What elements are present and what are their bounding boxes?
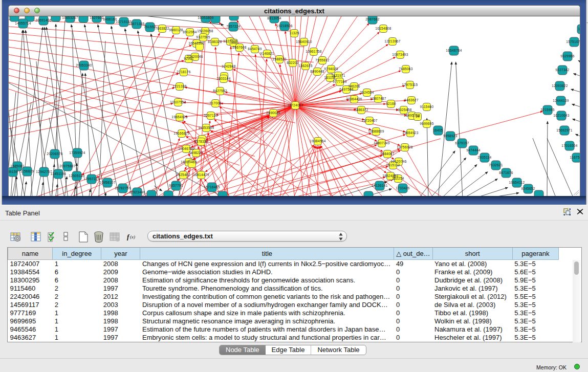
svg-text:8912954: 8912954 [183, 30, 197, 34]
svg-text:7485063: 7485063 [399, 67, 412, 71]
svg-text:1167533: 1167533 [570, 156, 580, 159]
svg-text:12213967: 12213967 [384, 39, 400, 43]
svg-text:16782759: 16782759 [115, 186, 130, 190]
svg-text:16053809: 16053809 [198, 16, 213, 19]
svg-text:19218506: 19218506 [276, 24, 292, 28]
svg-text:20053340: 20053340 [76, 63, 92, 67]
svg-text:10973493: 10973493 [392, 53, 408, 56]
svg-text:20364436: 20364436 [346, 97, 362, 101]
svg-text:9146821: 9146821 [260, 52, 274, 55]
svg-text:2935114: 2935114 [478, 156, 492, 159]
svg-text:2718176: 2718176 [177, 70, 190, 74]
svg-text:9327505: 9327505 [196, 35, 210, 39]
svg-text:62160: 62160 [386, 102, 396, 105]
svg-text:6379197: 6379197 [455, 141, 469, 145]
svg-text:717008: 717008 [209, 101, 222, 105]
svg-text:16210643: 16210643 [553, 114, 569, 117]
svg-text:8471676: 8471676 [499, 171, 513, 174]
svg-text:9660128: 9660128 [169, 28, 183, 32]
svg-text:11353594: 11353594 [199, 126, 214, 129]
svg-text:7886372: 7886372 [354, 108, 368, 112]
svg-text:7955812: 7955812 [315, 58, 329, 62]
svg-text:17957225: 17957225 [83, 177, 99, 181]
svg-text:9857791: 9857791 [169, 184, 183, 187]
svg-text:19166829: 19166829 [173, 132, 189, 135]
svg-text:18807249: 18807249 [374, 141, 389, 145]
svg-text:1615112: 1615112 [386, 163, 400, 167]
svg-text:7857224: 7857224 [226, 25, 240, 28]
svg-text:252254: 252254 [392, 177, 404, 180]
svg-text:8186328: 8186328 [208, 40, 222, 43]
svg-text:14136141: 14136141 [372, 184, 387, 187]
svg-text:2890028: 2890028 [266, 111, 280, 115]
svg-text:16648784: 16648784 [446, 49, 462, 52]
svg-text:20206576: 20206576 [47, 152, 62, 156]
svg-text:11325: 11325 [289, 31, 299, 35]
svg-text:1527602: 1527602 [90, 16, 103, 19]
svg-text:9794028: 9794028 [324, 67, 338, 71]
svg-text:15751074: 15751074 [566, 40, 580, 43]
svg-text:16671385: 16671385 [128, 22, 144, 26]
svg-text:10025458: 10025458 [396, 108, 411, 112]
svg-text:10120746: 10120746 [390, 160, 406, 163]
svg-text:15226058: 15226058 [197, 29, 213, 33]
svg-text:20691406: 20691406 [35, 18, 51, 22]
svg-text:7632621: 7632621 [489, 163, 503, 167]
svg-text:9227342: 9227342 [555, 68, 569, 72]
svg-text:15716485: 15716485 [204, 185, 220, 189]
svg-text:15720407: 15720407 [361, 119, 377, 122]
svg-text:20975887: 20975887 [59, 164, 75, 168]
svg-text:15692971: 15692971 [556, 128, 572, 132]
svg-text:1221338: 1221338 [172, 84, 186, 88]
svg-text:18724007: 18724007 [287, 103, 303, 107]
svg-text:832203: 832203 [287, 61, 299, 64]
svg-text:22420046: 22420046 [187, 55, 203, 58]
svg-text:16405: 16405 [433, 128, 443, 132]
svg-text:8813054: 8813054 [267, 16, 281, 20]
svg-text:10653267: 10653267 [62, 16, 78, 19]
svg-text:9474444: 9474444 [466, 148, 480, 152]
svg-text:9115460: 9115460 [420, 105, 434, 108]
svg-text:3267130: 3267130 [204, 114, 217, 117]
svg-text:10807487: 10807487 [370, 97, 386, 100]
svg-text:19654925: 19654925 [171, 115, 187, 119]
svg-text:2087682: 2087682 [365, 17, 379, 21]
svg-text:10688609: 10688609 [368, 129, 384, 133]
svg-text:16099469: 16099469 [181, 160, 197, 164]
svg-text:17359924: 17359924 [69, 151, 85, 155]
svg-text:12093822: 12093822 [552, 84, 568, 87]
svg-text:6466160: 6466160 [103, 17, 117, 21]
svg-text:12923446: 12923446 [129, 190, 145, 194]
svg-text:10961758: 10961758 [306, 50, 321, 53]
svg-text:5498222: 5498222 [189, 151, 203, 155]
svg-text:1588520: 1588520 [272, 57, 286, 61]
svg-text:9329966: 9329966 [560, 54, 574, 58]
svg-text:10046756: 10046756 [178, 147, 194, 150]
svg-text:7663822: 7663822 [155, 27, 169, 30]
svg-text:19654923: 19654923 [402, 131, 418, 135]
svg-text:12942757: 12942757 [36, 170, 52, 173]
svg-text:1362615: 1362615 [298, 64, 312, 68]
svg-text:10958107: 10958107 [99, 181, 115, 184]
svg-text:(x): (x) [130, 234, 135, 239]
svg-text:16914479: 16914479 [193, 173, 209, 177]
svg-text:94: 94 [416, 115, 420, 118]
svg-text:9242848: 9242848 [222, 64, 235, 68]
svg-text:7625402: 7625402 [176, 173, 190, 177]
svg-text:2867608: 2867608 [232, 46, 246, 49]
svg-text:17016504: 17016504 [561, 144, 577, 147]
svg-text:9245652: 9245652 [521, 187, 535, 190]
svg-text:16543392: 16543392 [188, 41, 204, 45]
svg-text:6497568: 6497568 [339, 87, 353, 91]
svg-text:8454749: 8454749 [248, 47, 262, 51]
svg-text:3624554: 3624554 [360, 91, 374, 94]
svg-text:9463627: 9463627 [404, 98, 418, 102]
svg-text:1733426: 1733426 [396, 186, 409, 190]
svg-text:39159: 39159 [9, 170, 18, 173]
svg-text:1156829: 1156829 [20, 169, 34, 173]
svg-text:1117: 1117 [578, 27, 580, 31]
svg-text:15640910: 15640910 [296, 40, 312, 43]
svg-text:8378332: 8378332 [194, 140, 208, 143]
svg-text:9777169: 9777169 [333, 80, 346, 83]
svg-text:9084067: 9084067 [380, 152, 394, 156]
